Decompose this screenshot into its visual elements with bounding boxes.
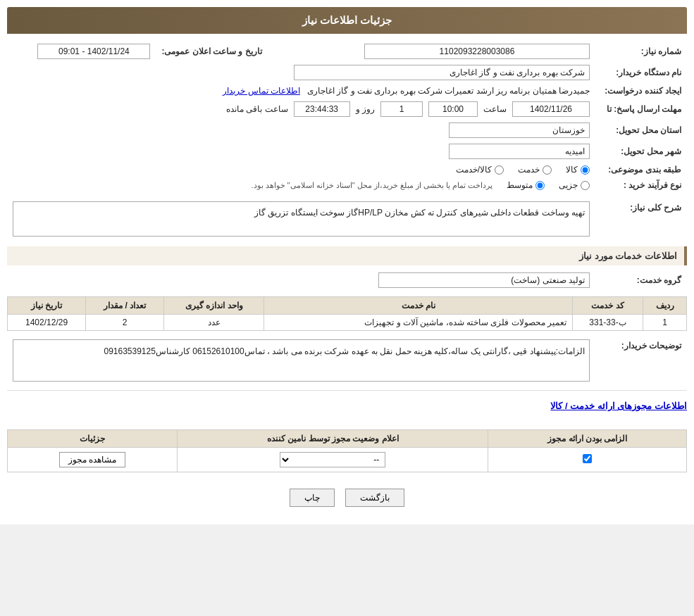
page-title: جزئیات اطلاعات نیاز — [302, 14, 392, 26]
cell-row: 1 — [643, 315, 687, 331]
permit-required-checkbox[interactable] — [583, 454, 592, 463]
purchase-motavaset-item: متوسط — [507, 180, 545, 190]
category-kala-khedmat-radio[interactable] — [495, 165, 504, 175]
col-qty: تعداد / مقدار — [86, 297, 164, 315]
permit-table: الزامی بودن ارائه مجوز اعلام وضعیت مجوز … — [7, 429, 687, 472]
back-button[interactable]: بازگشت — [345, 489, 404, 507]
city-row: شهر محل تحویل: امیدیه — [7, 141, 687, 162]
buyer-label: نام دستگاه خریدار: — [595, 62, 687, 83]
reply-time-label: ساعت — [483, 104, 507, 114]
buyer-notes-row: توضیحات خریدار: الزامات:پیشنهاد قیی ،گار… — [7, 337, 687, 384]
province-label: استان محل تحویل: — [595, 120, 687, 141]
services-section-title: اطلاعات خدمات مورد نیاز — [7, 246, 687, 265]
purchase-jozyi-radio[interactable] — [581, 181, 590, 190]
city-label: شهر محل تحویل: — [595, 141, 687, 162]
col-name: نام خدمت — [264, 297, 573, 315]
permit-required-cell — [488, 448, 687, 472]
col-code: کد خدمت — [573, 297, 643, 315]
category-kala-item: کالا — [566, 165, 590, 175]
print-button[interactable]: چاپ — [290, 489, 335, 507]
info-table: شماره نیاز: 1102093228003086 تاریخ و ساع… — [7, 41, 687, 193]
reply-deadline-label: مهلت ارسال پاسخ: تا — [595, 99, 687, 120]
category-kala-khedmat-item: کالا/خدمت — [456, 165, 504, 175]
permit-status-cell: -- — [178, 448, 488, 472]
permit-table-header: الزامی بودن ارائه مجوز اعلام وضعیت مجوز … — [8, 430, 687, 448]
category-khedmat-radio[interactable] — [543, 165, 552, 175]
purchase-jozyi-label: جزیی — [559, 180, 578, 190]
creator-row: ایجاد کننده درخواست: جمیدرضا همتیان برنا… — [7, 83, 687, 99]
service-group-label: گروه خدمت: — [595, 270, 687, 291]
reply-deadline-row: مهلت ارسال پاسخ: تا 1402/11/26 ساعت 10:0… — [7, 99, 687, 120]
col-unit: واحد اندازه گیری — [164, 297, 264, 315]
category-label: طبقه بندی موضوعی: — [595, 162, 687, 177]
category-khedmat-item: خدمت — [518, 165, 552, 175]
services-table-header: ردیف کد خدمت نام خدمت واحد اندازه گیری ت… — [8, 297, 687, 315]
bottom-buttons: بازگشت چاپ — [7, 478, 687, 517]
creator-link[interactable]: اطلاعات تماس خریدار — [223, 86, 300, 96]
permit-col-status: اعلام وضعیت مجوز توسط نامین کننده — [178, 430, 488, 448]
category-kala-label: کالا — [566, 165, 578, 175]
reply-date-value: 1402/11/26 — [512, 101, 590, 117]
need-number-label: شماره نیاز: — [595, 41, 687, 62]
cell-code: ب-33-331 — [573, 315, 643, 331]
category-radio-group: کالا خدمت کالا/خدمت — [13, 165, 590, 175]
purchase-note: پرداخت تمام یا بخشی از مبلغ خرید،از محل … — [251, 181, 492, 190]
need-number-value: 1102093228003086 — [364, 44, 590, 59]
cell-qty: 2 — [86, 315, 164, 331]
creator-label: ایجاد کننده درخواست: — [595, 83, 687, 99]
cell-unit: عدد — [164, 315, 264, 331]
buyer-row: نام دستگاه خریدار: شرکت بهره برداری نفت … — [7, 62, 687, 83]
table-row: -- مشاهده مجوز — [8, 448, 687, 472]
page-header: جزئیات اطلاعات نیاز — [7, 7, 687, 34]
service-group-table: گروه خدمت: تولید صنعتی (ساخت) — [7, 270, 687, 291]
col-date: تاریخ نیاز — [8, 297, 86, 315]
table-row: 1 ب-33-331 تعمیر محصولات فلزی ساخته شده،… — [8, 315, 687, 331]
need-desc-row: شرح کلی نیاز: تهیه وساخت قطعات داخلی شیر… — [7, 199, 687, 239]
reply-day-value: 1 — [380, 101, 423, 117]
category-kala-radio[interactable] — [581, 165, 590, 175]
permit-status-select[interactable]: -- — [280, 452, 385, 467]
purchase-motavaset-label: متوسط — [507, 180, 533, 190]
category-kala-khedmat-label: کالا/خدمت — [456, 165, 492, 175]
need-desc-value: تهیه وساخت قطعات داخلی شیرهای کنترل ته ک… — [13, 201, 590, 237]
cell-date: 1402/12/29 — [8, 315, 86, 331]
services-table: ردیف کد خدمت نام خدمت واحد اندازه گیری ت… — [7, 296, 687, 331]
permit-col-required: الزامی بودن ارائه مجوز — [488, 430, 687, 448]
category-khedmat-label: خدمت — [518, 165, 540, 175]
buyer-notes-label: توضیحات خریدار: — [595, 337, 687, 384]
need-number-row: شماره نیاز: 1102093228003086 تاریخ و ساع… — [7, 41, 687, 62]
permit-detail-cell: مشاهده مجوز — [8, 448, 178, 472]
view-permit-button[interactable]: مشاهده مجوز — [59, 452, 125, 467]
buyer-notes-table: توضیحات خریدار: الزامات:پیشنهاد قیی ،گار… — [7, 337, 687, 384]
reply-time-value: 10:00 — [428, 101, 478, 117]
announce-label: تاریخ و ساعت اعلان عمومی: — [156, 41, 297, 62]
announce-value: 1402/11/24 - 09:01 — [37, 44, 150, 59]
need-desc-label: شرح کلی نیاز: — [595, 199, 687, 239]
permit-col-details: جزئیات — [8, 430, 178, 448]
reply-day-label: روز و — [356, 104, 375, 114]
buyer-value: شرکت بهره برداری نفت و گاز اغاجاری — [294, 65, 590, 80]
permit-section-link[interactable]: اطلاعات مجوزهای ارائه خدمت / کالا — [7, 396, 687, 415]
province-row: استان محل تحویل: خوزستان — [7, 120, 687, 141]
purchase-type-label: نوع فرآیند خرید : — [595, 177, 687, 193]
purchase-jozyi-item: جزیی — [559, 180, 590, 190]
col-row: ردیف — [643, 297, 687, 315]
reply-remaining-value: 23:44:33 — [294, 101, 350, 117]
city-value: امیدیه — [449, 144, 590, 159]
cell-name: تعمیر محصولات فلزی ساخته شده، ماشین آلات… — [264, 315, 573, 331]
category-row: طبقه بندی موضوعی: کالا خدمت کالا/خدمت — [7, 162, 687, 177]
service-group-value: تولید صنعتی (ساخت) — [378, 272, 590, 288]
purchase-motavaset-radio[interactable] — [535, 181, 545, 190]
buyer-notes-value: الزامات:پیشنهاد قیی ،گارانتی یک ساله،کلی… — [13, 339, 590, 382]
service-group-row: گروه خدمت: تولید صنعتی (ساخت) — [7, 270, 687, 291]
divider-1 — [7, 390, 687, 391]
need-desc-table: شرح کلی نیاز: تهیه وساخت قطعات داخلی شیر… — [7, 199, 687, 239]
reply-remaining-label: ساعت باقی مانده — [226, 104, 288, 114]
creator-value: جمیدرضا همتیان برنامه ریز ارشد تعمیرات ش… — [307, 86, 590, 96]
purchase-type-row: نوع فرآیند خرید : جزیی متوسط پرداخت تمام… — [7, 177, 687, 193]
page-wrapper: جزئیات اطلاعات نیاز شماره نیاز: 11020932… — [0, 0, 694, 524]
province-value: خوزستان — [449, 122, 590, 138]
